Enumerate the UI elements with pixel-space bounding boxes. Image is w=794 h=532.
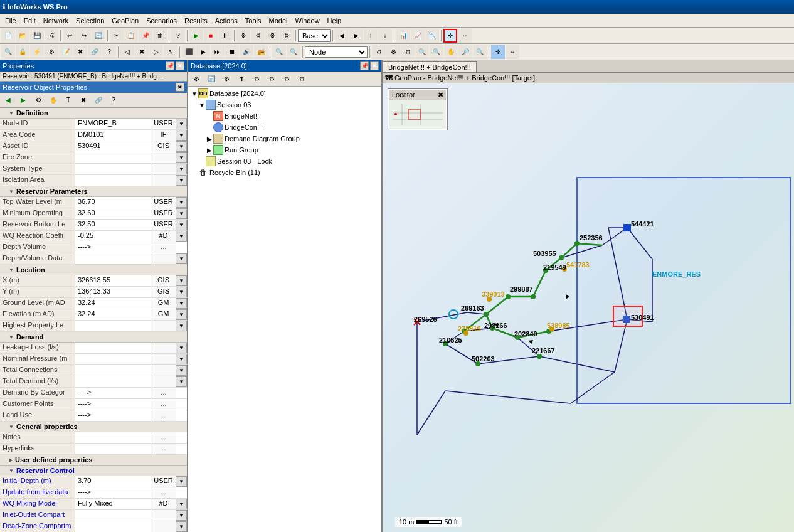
prop-top-water-dd[interactable]: ▼ (176, 197, 187, 208)
tb-c3[interactable]: ↑ (364, 29, 378, 43)
menu-geoplan[interactable]: GeoPlan (108, 16, 142, 26)
db-pin-btn[interactable]: 📌 (360, 61, 369, 70)
tb2-2[interactable]: 🔒 (16, 45, 29, 59)
tb2-22[interactable]: ⚙ (401, 45, 415, 59)
tb2-19[interactable]: 🔍 (287, 45, 300, 59)
tb-save[interactable]: 💾 (30, 29, 44, 43)
tb2-24[interactable]: 🔍 (430, 45, 443, 59)
prop-asset-id-dd[interactable]: ▼ (176, 141, 187, 152)
tb-open[interactable]: 📂 (16, 29, 29, 43)
db-tb7[interactable]: ⚙ (280, 72, 294, 86)
db-tb6[interactable]: ⚙ (265, 72, 278, 86)
notes-ellipsis[interactable]: ... (159, 434, 167, 440)
tb2-7[interactable]: 🔗 (88, 45, 102, 59)
tb-d3[interactable]: 📉 (425, 29, 439, 43)
tree-session03-expand[interactable]: ▼ (198, 102, 206, 109)
db-tb8[interactable]: ⚙ (295, 72, 309, 86)
tree-db-root[interactable]: ▼ DB Database [2024.0] (189, 88, 380, 99)
db-tb4[interactable]: ⬆ (235, 72, 248, 86)
tb-b3[interactable]: ⚙ (265, 29, 279, 43)
tree-bridgenet[interactable]: N BridgeNet!!! (189, 110, 380, 122)
tb2-13[interactable]: ▶ (196, 45, 210, 59)
obj-props-close[interactable]: ✖ (176, 83, 184, 92)
db-tb3[interactable]: ⚙ (220, 72, 233, 86)
prop-nom-press-dd[interactable]: ▼ (176, 354, 187, 364)
base-combo[interactable]: Base (298, 29, 331, 42)
menu-edit[interactable]: Edit (20, 16, 40, 26)
tb2-sel[interactable]: ↖ (164, 45, 177, 59)
tb2-10[interactable]: ✖ (135, 45, 149, 59)
tb-undo[interactable]: ↩ (63, 29, 77, 43)
tb-b4[interactable]: ⚙ (280, 29, 294, 43)
tb-cut[interactable]: ✂ (110, 29, 124, 43)
tb-c4[interactable]: ↓ (378, 29, 392, 43)
tb2-26[interactable]: ↔ (506, 45, 519, 59)
depth-vol-ellipsis[interactable]: ... (159, 243, 167, 250)
tb2-6[interactable]: ✖ (73, 45, 87, 59)
db-tb5[interactable]: ⚙ (250, 72, 263, 86)
tb2-zoom-out[interactable]: 🔍 (473, 45, 487, 59)
tb2-25[interactable]: ✋ (444, 45, 458, 59)
prop-wq-reaction-dd[interactable]: ▼ (176, 231, 187, 242)
locator-close[interactable]: ✖ (438, 91, 443, 99)
update-live-ellipsis[interactable]: ... (159, 489, 167, 496)
prop-inlet-outlet-dd[interactable]: ▼ (176, 510, 187, 521)
tb2-5[interactable]: 📝 (59, 45, 73, 59)
tb2-14[interactable]: ⏭ (211, 45, 225, 59)
prop-system-type-dd[interactable]: ▼ (176, 164, 187, 174)
prop-node-id-dd[interactable]: ▼ (176, 119, 187, 129)
prop-tb-T[interactable]: T (61, 93, 75, 107)
prop-depth-vol-data-dd[interactable]: ▼ (176, 253, 187, 264)
tb-d2[interactable]: 📈 (411, 29, 425, 43)
demand-cat-ellipsis[interactable]: ... (159, 389, 167, 396)
tb2-18[interactable]: 🔍 (272, 45, 286, 59)
tb-new[interactable]: 📄 (1, 29, 15, 43)
prop-x-dd[interactable]: ▼ (176, 275, 187, 286)
tb2-12[interactable]: ⬛ (182, 45, 196, 59)
props-pin-btn[interactable]: 📌 (166, 61, 174, 70)
section-demand[interactable]: Demand (0, 332, 187, 343)
geomap-canvas[interactable]: 544421 252356 503955 541783 219549 29988… (383, 83, 794, 532)
tb-cursor-active[interactable]: ✛ (443, 29, 457, 43)
menu-actions[interactable]: Actions (211, 16, 241, 26)
tb-b1[interactable]: ⚙ (236, 29, 250, 43)
db-tb1[interactable]: ⚙ (189, 72, 203, 86)
menu-network[interactable]: Network (40, 16, 72, 26)
menu-help[interactable]: Help (324, 16, 346, 26)
section-reservoir-params[interactable]: Reservoir Parameters (0, 186, 187, 197)
db-tb2[interactable]: 🔄 (204, 72, 218, 86)
menu-selection[interactable]: Selection (72, 16, 108, 26)
tab-bridgenet[interactable]: BridgeNet!!! + BridgeCon!!! (383, 61, 477, 72)
tree-run-group[interactable]: ▶ Run Group (189, 144, 380, 156)
prop-min-op-dd[interactable]: ▼ (176, 208, 187, 219)
menu-file[interactable]: File (1, 16, 20, 26)
hyperlinks-ellipsis[interactable]: ... (159, 445, 167, 452)
section-definition[interactable]: Definition (0, 108, 187, 119)
prop-total-demand-dd[interactable]: ▼ (176, 376, 187, 387)
tb2-23[interactable]: 🔍 (415, 45, 429, 59)
tb2-11[interactable]: ▷ (149, 45, 163, 59)
db-close-btn[interactable]: ✖ (370, 61, 379, 70)
prop-res-bottom-dd[interactable]: ▼ (176, 220, 187, 230)
prop-tb-prev[interactable]: ◀ (1, 93, 15, 107)
tree-demand-expand[interactable]: ▶ (206, 136, 213, 142)
menu-window[interactable]: Window (291, 16, 323, 26)
tree-session03[interactable]: ▼ Session 03 (189, 99, 380, 110)
properties-content[interactable]: Definition Node ID ENMORE_B USER ▼ Area … (0, 108, 187, 532)
tb-redo[interactable]: ↪ (77, 29, 91, 43)
tree-demand-group[interactable]: ▶ Demand Diagram Group (189, 133, 380, 144)
tb-d1[interactable]: 📊 (396, 29, 410, 43)
tree-run-expand[interactable]: ▶ (206, 147, 213, 154)
tree-session03-lock[interactable]: Session 03 - Lock (189, 156, 380, 167)
tb-print[interactable]: 🖨 (45, 29, 58, 43)
tb2-21[interactable]: ⚙ (386, 45, 400, 59)
tb-refresh[interactable]: 🔄 (92, 29, 105, 43)
prop-dead-zone-dd[interactable]: ▼ (176, 521, 187, 532)
menu-results[interactable]: Results (181, 16, 211, 26)
tb-help[interactable]: ? (171, 29, 185, 43)
tb2-20[interactable]: ⚙ (372, 45, 386, 59)
section-reservoir-control[interactable]: Reservoir Control (0, 466, 187, 476)
prop-tb-next[interactable]: ▶ (16, 93, 30, 107)
menu-scenarios[interactable]: Scenarios (142, 16, 181, 26)
prop-fire-zone-dd[interactable]: ▼ (176, 152, 187, 163)
